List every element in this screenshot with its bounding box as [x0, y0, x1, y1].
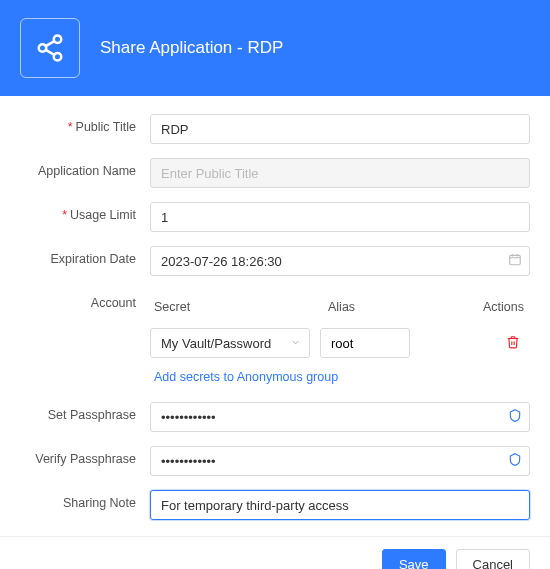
label-sharing-note: Sharing Note	[20, 490, 150, 510]
row-set-passphrase: Set Passphrase	[20, 402, 530, 432]
label-public-title: *Public Title	[20, 114, 150, 134]
dialog-title: Share Application - RDP	[100, 38, 283, 58]
save-button[interactable]: Save	[382, 549, 446, 569]
verify-passphrase-input[interactable]	[150, 446, 530, 476]
row-verify-passphrase: Verify Passphrase	[20, 446, 530, 476]
row-sharing-note: Sharing Note	[20, 490, 530, 520]
row-application-name: Application Name	[20, 158, 530, 188]
secret-select-value: My Vault/Password	[161, 336, 271, 351]
set-passphrase-input[interactable]	[150, 402, 530, 432]
account-row: My Vault/Password	[150, 328, 530, 358]
dialog-footer: Save Cancel	[0, 536, 550, 569]
secret-select[interactable]: My Vault/Password	[150, 328, 310, 358]
label-expiration-date: Expiration Date	[20, 246, 150, 266]
account-columns: Secret Alias Actions	[150, 294, 530, 328]
shield-icon	[508, 409, 522, 426]
sharing-note-input[interactable]	[150, 490, 530, 520]
application-name-input	[150, 158, 530, 188]
delete-row-button[interactable]	[502, 331, 524, 356]
share-icon	[35, 33, 65, 63]
col-alias: Alias	[320, 300, 470, 314]
share-icon-box	[20, 18, 80, 78]
label-application-name: Application Name	[20, 158, 150, 178]
alias-input[interactable]	[320, 328, 410, 358]
row-expiration-date: Expiration Date	[20, 246, 530, 276]
svg-line-3	[46, 41, 55, 46]
label-verify-passphrase: Verify Passphrase	[20, 446, 150, 466]
row-public-title: *Public Title	[20, 114, 530, 144]
label-account: Account	[20, 290, 150, 310]
cancel-button[interactable]: Cancel	[456, 549, 530, 569]
usage-limit-input[interactable]	[150, 202, 530, 232]
add-secrets-link[interactable]: Add secrets to Anonymous group	[154, 370, 338, 384]
row-account: Account Secret Alias Actions My Vault/Pa…	[20, 290, 530, 388]
chevron-down-icon	[290, 336, 301, 351]
col-secret: Secret	[150, 300, 320, 314]
label-set-passphrase: Set Passphrase	[20, 402, 150, 422]
form-body: *Public Title Application Name *Usage Li…	[0, 96, 550, 536]
expiration-date-input[interactable]	[150, 246, 530, 276]
svg-line-4	[46, 50, 55, 55]
dialog-header: Share Application - RDP	[0, 0, 550, 96]
col-actions: Actions	[470, 300, 530, 314]
shield-icon	[508, 453, 522, 470]
public-title-input[interactable]	[150, 114, 530, 144]
label-usage-limit: *Usage Limit	[20, 202, 150, 222]
row-usage-limit: *Usage Limit	[20, 202, 530, 232]
trash-icon	[506, 335, 520, 349]
